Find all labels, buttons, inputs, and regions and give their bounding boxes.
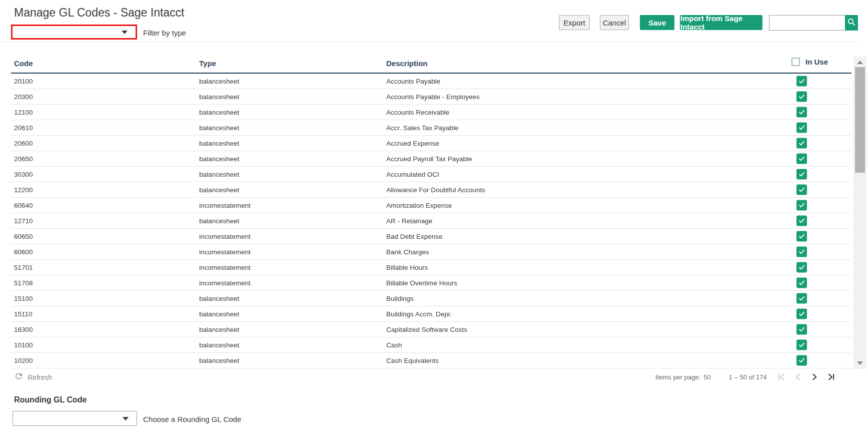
in-use-label: In Use xyxy=(805,58,828,66)
table-row: 12710balancesheetAR - Retainage xyxy=(11,213,851,229)
in-use-checkbox[interactable] xyxy=(796,185,807,195)
in-use-checkbox[interactable] xyxy=(796,107,807,118)
in-use-checkbox[interactable] xyxy=(796,355,807,366)
row-description: Accr. Sales Tax Payable xyxy=(386,124,459,132)
import-from-sage-intacct-button[interactable]: Import from Sage Intacct xyxy=(680,15,762,30)
in-use-checkbox[interactable] xyxy=(796,138,807,149)
previous-page-button[interactable] xyxy=(791,370,804,383)
in-use-checkbox[interactable] xyxy=(796,324,807,335)
in-use-checkbox[interactable] xyxy=(796,309,807,319)
scrollbar-down-icon[interactable] xyxy=(857,361,863,365)
scrollbar-thumb[interactable] xyxy=(855,67,865,173)
in-use-checkbox[interactable] xyxy=(796,169,807,180)
table-row: 20300balancesheetAccounts Payable - Empl… xyxy=(11,89,851,105)
row-type: incomestatement xyxy=(199,202,251,209)
row-description: Accumulated OCI xyxy=(386,171,439,178)
cancel-button[interactable]: Cancel xyxy=(600,15,629,30)
table-row: 60640incomestatementAmortization Expense xyxy=(11,198,851,213)
row-type: incomestatement xyxy=(199,233,251,240)
search-icon xyxy=(847,18,856,28)
last-page-button[interactable] xyxy=(824,370,837,383)
row-code: 51708 xyxy=(14,279,33,287)
row-type: balancesheet xyxy=(199,124,239,132)
table-body: 20100balancesheetAccounts Payable20300ba… xyxy=(11,74,851,369)
scrollbar-up-icon[interactable] xyxy=(857,61,863,64)
rounding-helper-text: Choose a Rounding GL Code xyxy=(143,415,241,423)
row-code: 12710 xyxy=(14,217,33,225)
rounding-gl-code-dropdown[interactable] xyxy=(13,411,137,426)
table-row: 20600balancesheetAccrued Expense xyxy=(11,136,851,151)
table-row: 20100balancesheetAccounts Payable xyxy=(11,74,851,89)
row-code: 60640 xyxy=(14,202,33,209)
row-description: Buildings xyxy=(386,295,414,302)
save-button[interactable]: Save xyxy=(640,15,674,30)
row-code: 15100 xyxy=(14,295,33,302)
row-type: incomestatement xyxy=(199,264,251,271)
table-row: 15100balancesheetBuildings xyxy=(11,291,851,306)
row-description: Bad Debt Expense xyxy=(386,233,443,240)
row-description: Accounts Receivable xyxy=(386,109,449,116)
refresh-label: Refresh xyxy=(28,373,52,381)
export-button[interactable]: Export xyxy=(559,15,590,30)
in-use-checkbox[interactable] xyxy=(796,92,807,102)
refresh-icon xyxy=(14,371,24,383)
row-code: 30300 xyxy=(14,171,33,178)
in-use-checkbox[interactable] xyxy=(796,200,807,211)
search-input[interactable] xyxy=(769,15,845,31)
row-description: Accounts Payable xyxy=(386,78,440,85)
row-code: 12200 xyxy=(14,186,33,194)
row-code: 12100 xyxy=(14,109,33,116)
row-description: Accrued Expense xyxy=(386,140,439,147)
in-use-checkbox[interactable] xyxy=(796,278,807,288)
chevron-down-icon xyxy=(123,417,129,420)
row-description: AR - Retainage xyxy=(386,217,432,225)
in-use-checkbox[interactable] xyxy=(796,154,807,164)
page-title: Manage GL Codes - Sage Intacct xyxy=(14,6,185,20)
table-row: 20650balancesheetAccrued Payroll Tax Pay… xyxy=(11,151,851,167)
in-use-checkbox[interactable] xyxy=(796,340,807,350)
table-scrollbar[interactable] xyxy=(853,57,866,369)
row-description: Bank Charges xyxy=(386,248,429,256)
row-code: 20300 xyxy=(14,93,33,101)
in-use-checkbox[interactable] xyxy=(796,247,807,257)
row-description: Allowance For Doubtful Accounts xyxy=(386,186,485,194)
table-row: 12200balancesheetAllowance For Doubtful … xyxy=(11,182,851,198)
row-type: incomestatement xyxy=(199,279,251,287)
search-button[interactable] xyxy=(845,15,858,31)
row-code: 15110 xyxy=(14,310,33,318)
column-header-description: Description xyxy=(386,59,428,68)
table-row: 10200balancesheetCash Equivalents xyxy=(11,353,851,368)
in-use-checkbox[interactable] xyxy=(796,231,807,242)
table-row: 10100balancesheetCash xyxy=(11,337,851,353)
row-description: Cash xyxy=(386,341,402,349)
row-type: incomestatement xyxy=(199,248,251,256)
row-type: balancesheet xyxy=(199,326,239,333)
search-bar xyxy=(769,15,858,31)
in-use-checkbox[interactable] xyxy=(796,293,807,304)
refresh-button[interactable]: Refresh xyxy=(14,371,52,383)
row-code: 20650 xyxy=(14,155,33,163)
page-range-text: 1 – 50 of 174 xyxy=(729,373,767,381)
filter-by-type-dropdown[interactable] xyxy=(11,25,137,40)
items-per-page-label: Items per page: xyxy=(655,373,700,381)
table-row: 20610balancesheetAccr. Sales Tax Payable xyxy=(11,120,851,136)
table-row: 60650incomestatementBad Debt Expense xyxy=(11,229,851,244)
in-use-checkbox[interactable] xyxy=(796,123,807,133)
column-header-type: Type xyxy=(199,59,216,68)
table-header-row: Code Type Description In Use xyxy=(11,55,851,74)
in-use-checkbox[interactable] xyxy=(796,262,807,273)
row-code: 20610 xyxy=(14,124,33,132)
row-code: 10100 xyxy=(14,341,33,349)
row-type: balancesheet xyxy=(199,310,239,318)
manage-gl-codes-page: Manage GL Codes - Sage Intacct Filter by… xyxy=(0,0,868,436)
row-type: balancesheet xyxy=(199,341,239,349)
in-use-checkbox[interactable] xyxy=(796,216,807,226)
in-use-checkbox[interactable] xyxy=(796,76,807,87)
items-per-page-value[interactable]: 50 xyxy=(703,373,710,381)
row-type: balancesheet xyxy=(199,140,239,147)
first-page-button[interactable] xyxy=(775,370,788,383)
select-all-checkbox[interactable] xyxy=(791,58,800,66)
table-row: 15110balancesheetBuildings Accm. Depr. xyxy=(11,306,851,322)
next-page-button[interactable] xyxy=(808,370,821,383)
row-type: balancesheet xyxy=(199,295,239,302)
